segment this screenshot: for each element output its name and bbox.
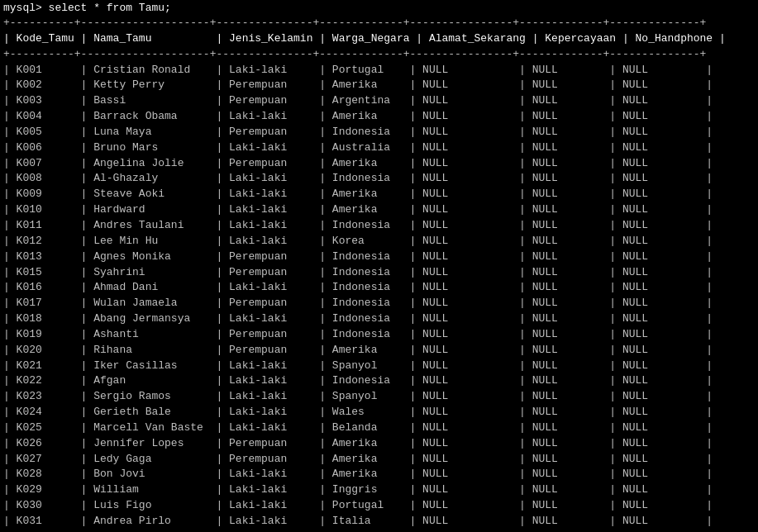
table-row: | K024 | Gerieth Bale | Laki-laki | Wale… (3, 405, 755, 420)
table-row: | K028 | Bon Jovi | Laki-laki | Amerika … (3, 467, 755, 482)
column-headers: | Kode_Tamu | Nama_Tamu | Jenis_Kelamin … (3, 31, 755, 47)
table-row: | K026 | Jennifer Lopes | Perempuan | Am… (3, 436, 755, 452)
table-row: | K006 | Bruno Mars | Laki-laki | Austra… (3, 140, 755, 156)
sql-prompt: mysql> select * from Tamu; (0, 0, 758, 16)
table-row: | K009 | Steave Aoki | Laki-laki | Ameri… (3, 187, 755, 202)
table-row: | K025 | Marcell Van Baste | Laki-laki |… (3, 420, 755, 436)
table-row: | K011 | Andres Taulani | Laki-laki | In… (3, 218, 755, 234)
table-row: | K010 | Hardward | Laki-laki | Amerika … (3, 202, 755, 218)
table-row: | K016 | Ahmad Dani | Laki-laki | Indone… (3, 280, 755, 296)
table-row: | K004 | Barrack Obama | Laki-laki | Ame… (3, 109, 755, 125)
table-row: | K013 | Agnes Monika | Perempuan | Indo… (3, 249, 755, 265)
table-row: | K023 | Sergio Ramos | Laki-laki | Span… (3, 389, 755, 405)
table-row: | K022 | Afgan | Laki-laki | Indonesia |… (3, 373, 755, 389)
table-row: | K019 | Ashanti | Perempuan | Indonesia… (3, 327, 755, 343)
table-row: | K021 | Iker Casillas | Laki-laki | Spa… (3, 359, 755, 374)
table-row: | K003 | Bassi | Perempuan | Argentina |… (3, 93, 755, 109)
table-row: | K031 | Andrea Pirlo | Laki-laki | Ital… (3, 514, 755, 530)
table-row: | K012 | Lee Min Hu | Laki-laki | Korea … (3, 234, 755, 249)
table-row: | K020 | Rihana | Perempuan | Amerika | … (3, 343, 755, 359)
top-separator: +----------+--------------------+-------… (3, 16, 755, 31)
table-row: | K017 | Wulan Jamaela | Perempuan | Ind… (3, 296, 755, 311)
table-row: | K008 | Al-Ghazaly | Laki-laki | Indone… (3, 171, 755, 187)
table-container: +----------+--------------------+-------… (0, 16, 758, 532)
table-row: | K001 | Cristian Ronald | Laki-laki | P… (3, 63, 755, 78)
table-row: | K007 | Angelina Jolie | Perempuan | Am… (3, 156, 755, 172)
table-row: | K005 | Luna Maya | Perempuan | Indones… (3, 125, 755, 140)
table-row: | K030 | Luis Figo | Laki-laki | Portuga… (3, 498, 755, 514)
table-body: | K001 | Cristian Ronald | Laki-laki | P… (3, 63, 755, 532)
table-row: | K002 | Ketty Perry | Perempuan | Ameri… (3, 78, 755, 93)
table-row: | K015 | Syahrini | Perempuan | Indonesi… (3, 265, 755, 281)
table-row: | K027 | Ledy Gaga | Perempuan | Amerika… (3, 452, 755, 468)
table-row: | K029 | William | Laki-laki | Inggris |… (3, 482, 755, 498)
terminal-window: mysql> select * from Tamu; +----------+-… (0, 0, 758, 532)
table-row: | K018 | Abang Jermansya | Laki-laki | I… (3, 311, 755, 327)
header-separator: +----------+--------------------+-------… (3, 47, 755, 63)
